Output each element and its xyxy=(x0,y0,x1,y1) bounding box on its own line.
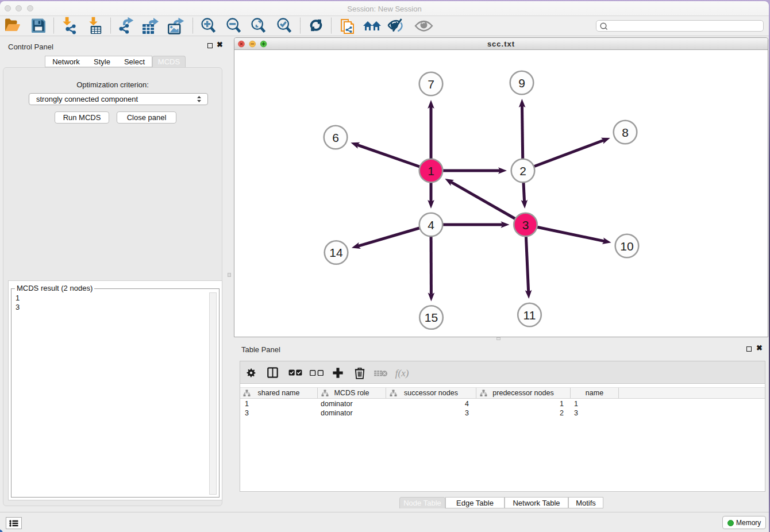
svg-text:11: 11 xyxy=(523,309,536,322)
svg-text:6: 6 xyxy=(332,131,339,144)
svg-text:1: 1 xyxy=(428,164,434,178)
svg-text:2: 2 xyxy=(519,164,526,178)
svg-text:15: 15 xyxy=(425,311,438,324)
svg-text:3: 3 xyxy=(522,218,529,232)
svg-text:f(x): f(x) xyxy=(395,368,409,379)
svg-text:14: 14 xyxy=(329,246,343,259)
svg-text:7: 7 xyxy=(428,78,434,91)
svg-text:4: 4 xyxy=(428,218,434,232)
svg-text:10: 10 xyxy=(620,240,633,253)
svg-text:8: 8 xyxy=(622,126,629,139)
svg-text:9: 9 xyxy=(518,76,525,90)
